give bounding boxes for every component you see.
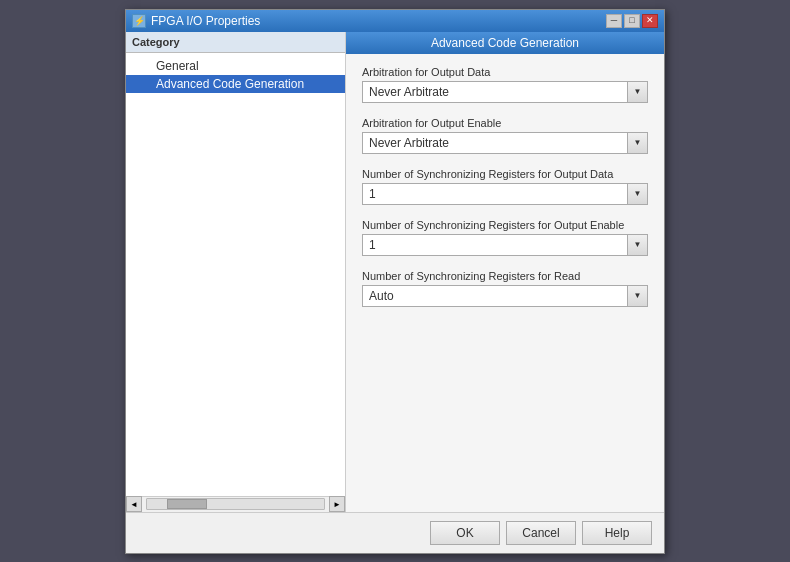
select-arb-output-enable-value: Never Arbitrate <box>363 132 627 154</box>
scrollbar-thumb[interactable] <box>167 499 207 509</box>
scroll-right-button[interactable]: ► <box>329 496 345 512</box>
cancel-button[interactable]: Cancel <box>506 521 576 545</box>
select-arb-output-data-dropdown[interactable]: ▼ <box>627 82 647 102</box>
sidebar-item-advanced[interactable]: Advanced Code Generation <box>126 75 345 93</box>
field-arb-output-enable: Arbitration for Output Enable Never Arbi… <box>362 117 648 154</box>
sidebar-item-general[interactable]: General <box>126 57 345 75</box>
label-arb-output-enable: Arbitration for Output Enable <box>362 117 648 129</box>
select-sync-regs-read-dropdown[interactable]: ▼ <box>627 286 647 306</box>
scroll-left-button[interactable]: ◄ <box>126 496 142 512</box>
minimize-button[interactable]: ─ <box>606 14 622 28</box>
dialog-footer: OK Cancel Help <box>126 512 664 553</box>
select-sync-regs-read-value: Auto <box>363 285 627 307</box>
field-sync-regs-read: Number of Synchronizing Registers for Re… <box>362 270 648 307</box>
sidebar-tree: General Advanced Code Generation <box>126 53 345 496</box>
select-arb-output-data[interactable]: Never Arbitrate ▼ <box>362 81 648 103</box>
select-arb-output-data-value: Never Arbitrate <box>363 81 627 103</box>
help-button[interactable]: Help <box>582 521 652 545</box>
main-panel: Advanced Code Generation Arbitration for… <box>346 32 664 512</box>
field-sync-regs-output-enable: Number of Synchronizing Registers for Ou… <box>362 219 648 256</box>
select-sync-regs-output-enable-value: 1 <box>363 234 627 256</box>
ok-button[interactable]: OK <box>430 521 500 545</box>
sidebar: Category General Advanced Code Generatio… <box>126 32 346 512</box>
field-sync-regs-output-data: Number of Synchronizing Registers for Ou… <box>362 168 648 205</box>
select-sync-regs-output-enable[interactable]: 1 ▼ <box>362 234 648 256</box>
horizontal-scrollbar-area: ◄ ► <box>126 496 345 512</box>
main-window: ⚡ FPGA I/O Properties ─ □ ✕ Category Gen… <box>125 9 665 554</box>
sidebar-header: Category <box>126 32 345 53</box>
horizontal-scrollbar[interactable] <box>146 498 325 510</box>
maximize-button[interactable]: □ <box>624 14 640 28</box>
select-sync-regs-output-data-value: 1 <box>363 183 627 205</box>
select-sync-regs-read[interactable]: Auto ▼ <box>362 285 648 307</box>
label-arb-output-data: Arbitration for Output Data <box>362 66 648 78</box>
select-sync-regs-output-enable-dropdown[interactable]: ▼ <box>627 235 647 255</box>
select-arb-output-enable[interactable]: Never Arbitrate ▼ <box>362 132 648 154</box>
label-sync-regs-read: Number of Synchronizing Registers for Re… <box>362 270 648 282</box>
sidebar-item-advanced-label: Advanced Code Generation <box>156 77 304 91</box>
label-sync-regs-output-enable: Number of Synchronizing Registers for Ou… <box>362 219 648 231</box>
select-sync-regs-output-data[interactable]: 1 ▼ <box>362 183 648 205</box>
sidebar-item-general-label: General <box>156 59 199 73</box>
title-bar-left: ⚡ FPGA I/O Properties <box>132 14 260 28</box>
panel-title-bar: Advanced Code Generation <box>346 32 664 54</box>
select-sync-regs-output-data-dropdown[interactable]: ▼ <box>627 184 647 204</box>
window-icon: ⚡ <box>132 14 146 28</box>
field-arb-output-data: Arbitration for Output Data Never Arbitr… <box>362 66 648 103</box>
title-bar: ⚡ FPGA I/O Properties ─ □ ✕ <box>126 10 664 32</box>
title-bar-controls: ─ □ ✕ <box>606 14 658 28</box>
window-title: FPGA I/O Properties <box>151 14 260 28</box>
close-button[interactable]: ✕ <box>642 14 658 28</box>
panel-body: Arbitration for Output Data Never Arbitr… <box>346 54 664 512</box>
content-area: Category General Advanced Code Generatio… <box>126 32 664 512</box>
select-arb-output-enable-dropdown[interactable]: ▼ <box>627 133 647 153</box>
label-sync-regs-output-data: Number of Synchronizing Registers for Ou… <box>362 168 648 180</box>
